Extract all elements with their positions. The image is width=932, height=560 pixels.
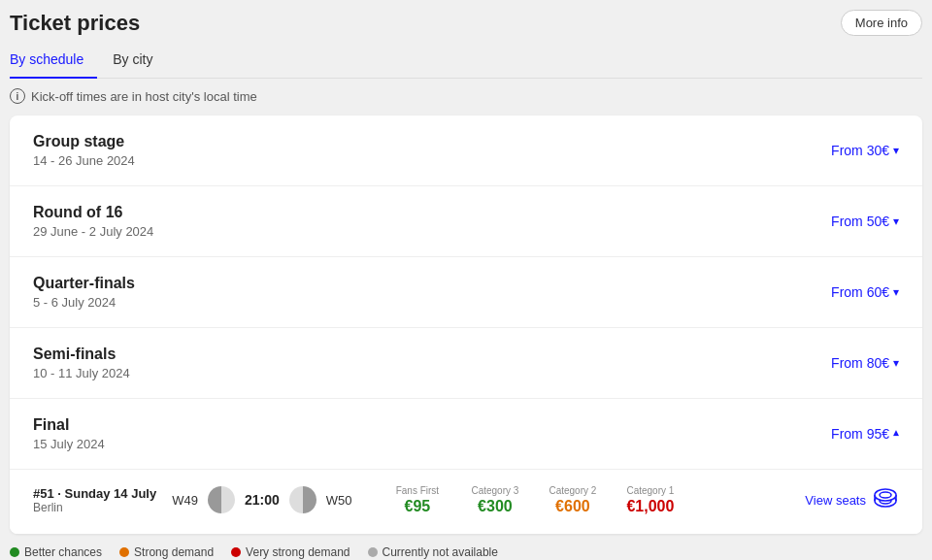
dot-red	[231, 547, 241, 557]
stage-price-semis[interactable]: From 80€ ▾	[831, 355, 899, 371]
stage-name: Round of 16	[33, 204, 153, 221]
stage-name: Quarter-finals	[33, 275, 135, 292]
stage-row-final: Final 15 July 2024 From 95€ ▾	[10, 399, 922, 469]
legend-item-not-available: Currently not available	[368, 545, 498, 559]
category-price: €600	[555, 498, 590, 515]
tabs-bar: By schedule By city	[10, 44, 922, 79]
category-label: Category 3	[471, 485, 518, 496]
more-info-button[interactable]: More info	[841, 10, 922, 36]
category-price: €1,000	[626, 498, 674, 515]
stadium-icon	[872, 483, 899, 516]
stage-row-quarter-finals: Quarter-finals 5 - 6 July 2024 From 60€ …	[10, 257, 922, 328]
team1-availability-indicator	[208, 486, 235, 513]
stage-dates: 15 July 2024	[33, 437, 105, 451]
team2-availability-indicator	[289, 486, 316, 513]
stage-name: Final	[33, 416, 105, 434]
stage-name: Semi-finals	[33, 346, 130, 363]
match-detail-row: #51 · Sunday 14 July Berlin W49 21:00 W5…	[10, 469, 922, 534]
legend-item-very-strong: Very strong demand	[231, 545, 350, 559]
price-cat3: Category 3 €300	[466, 485, 524, 515]
stage-row-round-of-16: Round of 16 29 June - 2 July 2024 From 5…	[10, 186, 922, 257]
price-cat2: Category 2 €600	[544, 485, 602, 515]
legend-item-better: Better chances	[10, 545, 102, 559]
stage-price-final[interactable]: From 95€ ▾	[831, 426, 899, 442]
stage-dates: 14 - 26 June 2024	[33, 153, 135, 168]
match-location: Berlin	[33, 501, 156, 514]
dot-orange	[119, 547, 129, 557]
dot-gray	[368, 547, 378, 557]
match-time: 21:00	[245, 492, 280, 508]
category-price: €95	[405, 498, 431, 515]
stage-name: Group stage	[33, 133, 135, 150]
chevron-up-icon: ▾	[893, 427, 899, 441]
chevron-down-icon: ▾	[893, 356, 899, 370]
team1-label: W49	[172, 493, 198, 508]
chevron-down-icon: ▾	[893, 144, 899, 157]
stage-row-group-stage: Group stage 14 - 26 June 2024 From 30€ ▾	[10, 115, 922, 186]
svg-point-5	[880, 492, 891, 498]
legend: Better chances Strong demand Very strong…	[10, 545, 922, 559]
chevron-down-icon: ▾	[893, 214, 899, 228]
price-fans-first: Fans First €95	[388, 485, 447, 515]
chevron-down-icon: ▾	[893, 285, 899, 299]
match-teams: W49 21:00 W50	[172, 486, 373, 513]
page-wrapper: Ticket prices More info By schedule By c…	[10, 10, 922, 559]
team2-label: W50	[326, 493, 352, 508]
page-title: Ticket prices	[10, 11, 140, 36]
category-label: Fans First	[396, 485, 439, 496]
match-number: #51 · Sunday 14 July	[33, 486, 156, 501]
tab-by-city[interactable]: By city	[113, 44, 166, 79]
category-label: Category 1	[626, 485, 674, 496]
stages-card: Group stage 14 - 26 June 2024 From 30€ ▾…	[10, 115, 922, 534]
stage-price-quarters[interactable]: From 60€ ▾	[831, 284, 899, 300]
price-cat1: Category 1 €1,000	[621, 485, 680, 515]
stage-dates: 5 - 6 July 2024	[33, 295, 135, 310]
category-price: €300	[478, 498, 513, 515]
stage-dates: 29 June - 2 July 2024	[33, 224, 153, 239]
stage-dates: 10 - 11 July 2024	[33, 366, 130, 380]
ticket-prices-section: Fans First €95 Category 3 €300 Category …	[388, 485, 789, 515]
page-header: Ticket prices More info	[10, 10, 922, 36]
stage-price-group[interactable]: From 30€ ▾	[831, 143, 899, 158]
info-icon: i	[10, 88, 25, 104]
kickoff-notice: i Kick-off times are in host city's loca…	[10, 88, 922, 104]
dot-green	[10, 547, 19, 557]
legend-item-strong: Strong demand	[119, 545, 214, 559]
category-label: Category 2	[549, 485, 596, 496]
view-seats-button[interactable]: View seats	[805, 483, 899, 516]
stage-price-round16[interactable]: From 50€ ▾	[831, 214, 899, 229]
stage-row-semi-finals: Semi-finals 10 - 11 July 2024 From 80€ ▾	[10, 328, 922, 399]
tab-by-schedule[interactable]: By schedule	[10, 44, 97, 79]
